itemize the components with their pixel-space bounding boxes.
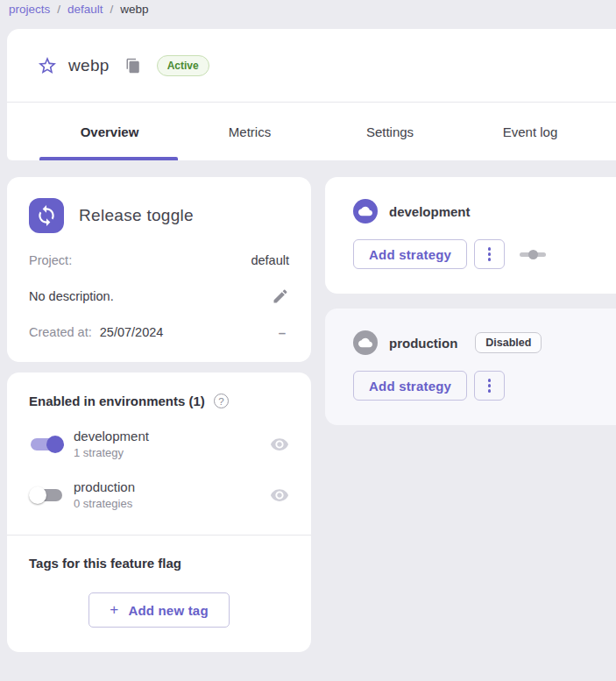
- project-value: default: [251, 253, 289, 267]
- add-strategy-button[interactable]: Add strategy: [353, 371, 467, 401]
- env-name: production: [74, 479, 270, 494]
- tab-overview[interactable]: Overview: [39, 103, 180, 160]
- preview-production-button[interactable]: [270, 486, 289, 505]
- toggle-thumb: [46, 436, 64, 453]
- slider-knob: [528, 250, 538, 259]
- more-actions-button[interactable]: [474, 371, 505, 401]
- tab-label: Overview: [81, 124, 139, 139]
- add-new-tag-label: Add new tag: [128, 603, 208, 618]
- tab-label: Event log: [503, 124, 558, 139]
- breadcrumb-separator: /: [110, 3, 114, 16]
- star-icon: [37, 55, 58, 76]
- kebab-dot: [488, 247, 492, 251]
- right-column: development Add strategy: [325, 177, 616, 440]
- environment-card-header: development: [353, 199, 616, 223]
- page-title: webp: [68, 56, 110, 75]
- env-labels: production 0 strategies: [74, 479, 270, 510]
- help-icon[interactable]: ?: [214, 394, 229, 408]
- copy-icon: [125, 58, 141, 74]
- active-tab-indicator: [39, 157, 178, 160]
- eye-icon: [270, 486, 289, 505]
- env-strategy-count: 1 strategy: [74, 446, 270, 459]
- tags-title: Tags for this feature flag: [29, 556, 181, 571]
- eye-icon: [270, 435, 289, 454]
- overview-content: Release toggle Project: default No descr…: [7, 177, 616, 652]
- description-text: No description.: [29, 289, 114, 303]
- environment-switch-icon[interactable]: [520, 249, 546, 259]
- tags-section: Tags for this feature flag + Add new tag: [7, 536, 311, 652]
- cloud-icon: [358, 336, 372, 350]
- breadcrumb-current: webp: [120, 3, 148, 16]
- feature-header-card: webp Active Overview Metrics Settings Ev…: [7, 29, 616, 160]
- environment-card-production: production Disabled Add strategy: [325, 309, 616, 425]
- environment-name: development: [389, 204, 471, 219]
- tab-settings[interactable]: Settings: [320, 103, 460, 160]
- collapse-dash-icon[interactable]: –: [279, 325, 289, 340]
- edit-description-button[interactable]: [272, 287, 289, 305]
- cloud-icon: [358, 204, 372, 218]
- env-row-production: production 0 strategies: [29, 479, 289, 510]
- preview-development-button[interactable]: [270, 435, 289, 454]
- kebab-dot: [488, 258, 492, 261]
- add-new-tag-button[interactable]: + Add new tag: [89, 592, 230, 628]
- kebab-dot: [488, 389, 492, 393]
- enabled-environments-title: Enabled in environments (1): [29, 394, 205, 408]
- description-row: No description.: [29, 287, 289, 305]
- enabled-environments-section: Enabled in environments (1) ? developmen…: [7, 372, 311, 535]
- disabled-badge: Disabled: [475, 332, 542, 353]
- env-strategy-count: 0 strategies: [74, 497, 270, 510]
- production-toggle[interactable]: [29, 486, 64, 505]
- kebab-dot: [488, 379, 492, 382]
- copy-name-button[interactable]: [124, 57, 142, 74]
- breadcrumb-link-default[interactable]: default: [67, 3, 103, 16]
- feature-type-title: Release toggle: [79, 206, 194, 225]
- environment-name: production: [389, 336, 457, 351]
- feature-type-header: Release toggle: [29, 198, 289, 233]
- sync-icon: [35, 204, 58, 227]
- env-row-development: development 1 strategy: [29, 429, 289, 459]
- more-actions-button[interactable]: [474, 239, 505, 269]
- plus-icon: +: [110, 601, 118, 619]
- tab-label: Settings: [366, 124, 414, 139]
- tab-metrics[interactable]: Metrics: [180, 103, 320, 160]
- release-toggle-icon-wrap: [29, 198, 64, 233]
- left-column: Release toggle Project: default No descr…: [7, 177, 311, 652]
- feature-type-card: Release toggle Project: default No descr…: [7, 177, 311, 362]
- created-at-value: 25/07/2024: [100, 325, 164, 339]
- environment-actions: Add strategy: [353, 371, 616, 401]
- kebab-dot: [488, 252, 492, 256]
- tab-label: Metrics: [229, 124, 271, 139]
- breadcrumb-separator: /: [57, 3, 60, 16]
- status-badge: Active: [157, 55, 209, 76]
- development-toggle[interactable]: [29, 435, 64, 454]
- env-labels: development 1 strategy: [74, 429, 270, 459]
- pencil-icon: [272, 287, 289, 305]
- environment-card-development: development Add strategy: [325, 177, 616, 294]
- side-panel: Enabled in environments (1) ? developmen…: [7, 372, 311, 652]
- created-at-row: Created at: 25/07/2024 –: [29, 323, 289, 341]
- cloud-icon-wrap: [353, 199, 378, 223]
- environment-actions: Add strategy: [353, 239, 616, 269]
- environment-card-header: production Disabled: [353, 330, 616, 355]
- project-label: Project:: [29, 253, 72, 267]
- breadcrumb: projects / default / webp: [0, 0, 616, 29]
- favorite-star-icon[interactable]: [36, 54, 59, 77]
- tab-bar: Overview Metrics Settings Event log: [7, 103, 616, 160]
- project-row: Project: default: [29, 252, 289, 269]
- breadcrumb-link-projects[interactable]: projects: [9, 3, 50, 16]
- add-strategy-button[interactable]: Add strategy: [353, 239, 467, 269]
- env-name: development: [74, 429, 270, 443]
- created-at-label: Created at:: [29, 325, 92, 339]
- feature-title-row: webp Active: [7, 29, 616, 103]
- kebab-dot: [488, 384, 492, 387]
- tab-event-log[interactable]: Event log: [460, 103, 600, 160]
- toggle-thumb: [29, 486, 46, 504]
- cloud-icon-wrap: [353, 330, 378, 355]
